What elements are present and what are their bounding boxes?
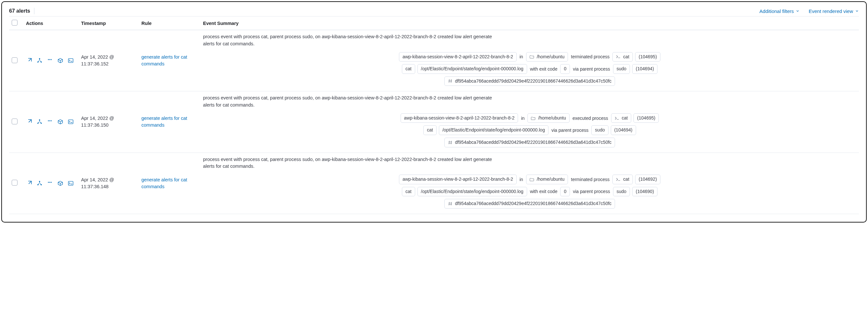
process-pill[interactable]: cat <box>612 175 633 184</box>
svg-rect-13 <box>68 120 73 124</box>
process-pill-icon <box>616 55 621 59</box>
exit-code-pill[interactable]: 0 <box>560 187 570 197</box>
row-actions <box>26 118 76 125</box>
session-view-icon[interactable] <box>47 180 53 186</box>
exit-label: with exit code <box>529 187 558 195</box>
in-label: in <box>520 114 525 122</box>
action-label: executed process <box>572 114 609 122</box>
svg-rect-18 <box>49 182 50 183</box>
svg-rect-3 <box>48 59 49 60</box>
hash-pill[interactable]: df954abca766aceddd79dd20429e4f2220190186… <box>444 138 615 147</box>
timestamp: Apr 14, 2022 @ 11:37:36.152 <box>81 54 136 67</box>
event-summary-text: process event with process cat, parent p… <box>203 95 495 109</box>
additional-filters-dropdown[interactable]: Additional filters <box>760 8 800 14</box>
rule-link[interactable]: generate alerts for cat commands <box>142 177 198 190</box>
arg-path-pill[interactable]: /opt/Elastic/Endpoint/state/log/endpoint… <box>417 64 527 74</box>
rule-link[interactable]: generate alerts for cat commands <box>142 115 198 129</box>
expand-icon[interactable] <box>26 57 32 64</box>
arg-path-pill[interactable]: /opt/Elastic/Endpoint/state/log/endpoint… <box>417 187 527 197</box>
host-pill[interactable]: awp-kibana-session-view-8-2-april-12-202… <box>401 113 518 123</box>
event-summary-text: process event with process cat, parent p… <box>203 156 495 170</box>
directory-pill[interactable]: /home/ubuntu <box>526 175 568 184</box>
hash-pill-icon <box>448 140 453 145</box>
column-actions: Actions <box>23 16 79 30</box>
svg-point-0 <box>39 58 40 60</box>
hash-pill-icon <box>448 202 453 206</box>
action-label: terminated process <box>570 176 610 183</box>
rule-link[interactable]: generate alerts for cat commands <box>142 54 198 67</box>
terminal-icon[interactable] <box>67 57 74 64</box>
svg-rect-20 <box>68 181 73 185</box>
arg-pill[interactable]: cat <box>402 64 415 74</box>
analyzer-icon[interactable] <box>36 180 43 186</box>
alerts-table: Actions Timestamp Rule Event Summary Apr… <box>9 16 859 214</box>
process-pill[interactable]: cat <box>611 113 631 123</box>
row-actions <box>26 180 76 186</box>
hash-pill[interactable]: df954abca766aceddd79dd20429e4f2220190186… <box>444 76 615 86</box>
row-actions <box>26 57 76 64</box>
cube-icon[interactable] <box>57 180 64 186</box>
pid-pill[interactable]: (104695) <box>635 52 660 62</box>
parent-pid-pill[interactable]: (104690) <box>632 187 657 197</box>
terminal-icon[interactable] <box>67 118 74 125</box>
table-row: Apr 14, 2022 @ 11:37:36.148generate aler… <box>9 152 859 214</box>
exit-label: with exit code <box>529 65 558 73</box>
table-row: Apr 14, 2022 @ 11:37:36.150generate aler… <box>9 91 859 152</box>
analyzer-icon[interactable] <box>36 57 43 64</box>
via-label: via parent process <box>572 187 611 195</box>
directory-pill-icon <box>530 177 534 182</box>
arg-pill[interactable]: cat <box>423 126 437 135</box>
parent-process-pill[interactable]: sudo <box>613 64 630 74</box>
directory-pill[interactable]: /home/ubuntu <box>527 113 569 123</box>
column-summary: Event Summary <box>200 16 859 30</box>
pid-pill[interactable]: (104695) <box>633 113 659 123</box>
row-checkbox[interactable] <box>12 57 18 63</box>
svg-rect-5 <box>51 59 52 60</box>
pid-pill[interactable]: (104692) <box>635 175 660 184</box>
row-checkbox[interactable] <box>12 180 18 186</box>
timestamp: Apr 14, 2022 @ 11:37:36.150 <box>81 115 136 129</box>
cube-icon[interactable] <box>57 57 64 64</box>
row-checkbox[interactable] <box>12 118 18 125</box>
host-pill[interactable]: awp-kibana-session-view-8-2-april-12-202… <box>399 175 517 184</box>
process-pill[interactable]: cat <box>612 52 633 62</box>
svg-rect-4 <box>49 59 50 60</box>
svg-rect-19 <box>51 182 52 183</box>
hash-pill[interactable]: df954abca766aceddd79dd20429e4f2220190186… <box>444 199 615 209</box>
host-pill[interactable]: awp-kibana-session-view-8-2-april-12-202… <box>399 52 517 62</box>
analyzer-icon[interactable] <box>36 118 43 125</box>
parent-process-pill[interactable]: sudo <box>613 187 630 197</box>
table-row: Apr 14, 2022 @ 11:37:36.152generate aler… <box>9 30 859 91</box>
hash-pill-icon <box>448 79 453 83</box>
parent-pid-pill[interactable]: (104694) <box>611 126 636 135</box>
parent-pid-pill[interactable]: (104694) <box>632 64 657 74</box>
directory-pill[interactable]: /home/ubuntu <box>526 52 568 62</box>
cube-icon[interactable] <box>57 118 64 125</box>
via-label: via parent process <box>572 65 611 73</box>
exit-code-pill[interactable]: 0 <box>560 64 570 74</box>
directory-pill-icon <box>530 55 534 59</box>
arg-path-pill[interactable]: /opt/Elastic/Endpoint/state/log/endpoint… <box>439 126 549 135</box>
in-label: in <box>519 176 524 183</box>
svg-rect-12 <box>51 120 52 121</box>
event-summary-text: process event with process cat, parent p… <box>203 33 495 47</box>
expand-icon[interactable] <box>26 180 32 186</box>
chevron-down-icon <box>855 9 859 13</box>
arg-pill[interactable]: cat <box>402 187 415 197</box>
via-label: via parent process <box>551 126 589 134</box>
parent-process-pill[interactable]: sudo <box>591 126 608 135</box>
action-label: terminated process <box>570 53 610 61</box>
session-view-icon[interactable] <box>47 57 53 64</box>
chevron-down-icon <box>796 9 800 13</box>
column-rule: Rule <box>139 16 200 30</box>
process-pill-icon <box>615 116 619 120</box>
select-all-checkbox[interactable] <box>12 20 18 26</box>
terminal-icon[interactable] <box>67 180 74 186</box>
svg-rect-10 <box>48 120 49 121</box>
session-view-icon[interactable] <box>47 118 53 125</box>
alert-count: 67 alerts <box>9 8 34 14</box>
process-pill-icon <box>616 177 621 182</box>
timestamp: Apr 14, 2022 @ 11:37:36.148 <box>81 177 136 190</box>
expand-icon[interactable] <box>26 118 32 125</box>
event-rendered-view-dropdown[interactable]: Event rendered view <box>809 8 859 14</box>
